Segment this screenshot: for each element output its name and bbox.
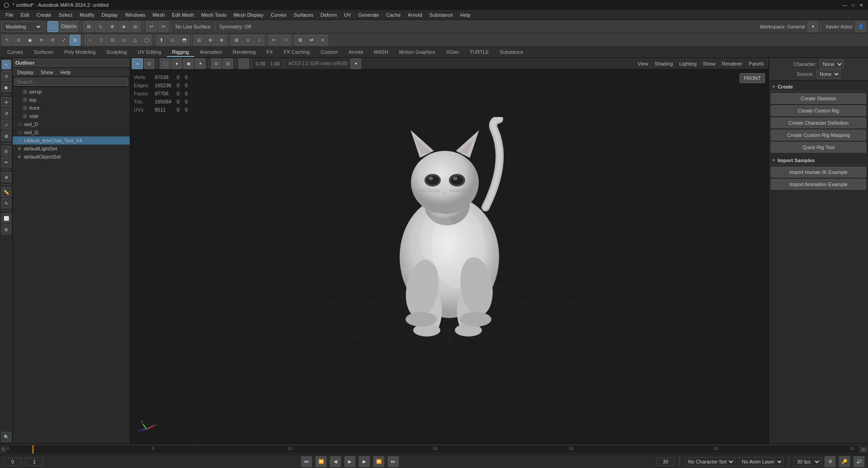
menu-arnold[interactable]: Arnold (404, 11, 426, 19)
tab-curves[interactable]: Curves (2, 48, 28, 57)
outliner-item-persp[interactable]: 🎥 persp (13, 88, 130, 96)
render-lt[interactable]: ⬜ (1, 213, 11, 223)
create-section-header[interactable]: ▼ Create (771, 83, 866, 91)
vp-shaded-btn[interactable]: ● (171, 58, 182, 69)
create-custom-rig-btn[interactable]: Create Custom Rig Mapping (771, 130, 866, 140)
redo-btn[interactable]: ↪ (158, 21, 169, 32)
vp-wireframe-btn[interactable]: ⬚ (160, 58, 170, 69)
vp-menu-renderer[interactable]: Renderer (719, 60, 745, 67)
mirror-btn[interactable]: ⊢ (269, 35, 279, 46)
poly-cone-btn[interactable]: △ (130, 35, 141, 46)
menu-file[interactable]: File (2, 11, 17, 19)
tab-surfaces[interactable]: Surfaces (28, 48, 59, 57)
annotate-lt[interactable]: ✎ (1, 198, 11, 208)
move-lt[interactable]: ✛ (1, 97, 11, 107)
go-end-btn[interactable]: ⏭ (388, 456, 399, 467)
maximize-btn[interactable]: □ (850, 2, 856, 8)
paintsel-btn[interactable]: ◉ (24, 35, 35, 46)
tab-custom[interactable]: Custom (315, 48, 343, 57)
menu-create[interactable]: Create (33, 11, 55, 19)
rotate-lt[interactable]: ↺ (1, 108, 11, 118)
snap-live-btn[interactable]: ◎ (130, 21, 141, 32)
range-start-input[interactable] (4, 458, 22, 466)
measure-lt[interactable]: 📏 (1, 187, 11, 197)
tab-poly-modeling[interactable]: Poly Modeling (59, 48, 101, 57)
outliner-item-umesh[interactable]: ◇ UMesh_teteChat_Tool_V4 (13, 136, 130, 145)
prev-frame-btn[interactable]: ◀ (330, 456, 341, 467)
tab-rendering[interactable]: Rendering (227, 48, 261, 57)
tab-sculpting[interactable]: Sculpting (101, 48, 132, 57)
create-control-rig-btn[interactable]: Create Control Rig (771, 105, 866, 116)
tab-arnold[interactable]: Arnold (343, 48, 368, 57)
menu-mesh[interactable]: Mesh (149, 11, 168, 19)
align-btn[interactable]: ≡ (317, 35, 328, 46)
move-btn[interactable]: ✛ (36, 35, 47, 46)
outliner-item-top[interactable]: 🎥 top (13, 96, 130, 104)
lasso-lt[interactable]: ⊙ (1, 71, 11, 81)
menu-display[interactable]: Display (98, 11, 122, 19)
menu-substance[interactable]: Substance (426, 11, 457, 19)
char-set-dropdown[interactable]: No Character Set (685, 457, 735, 466)
timeline-ruler[interactable]: 0 5 10 15 20 25 30 (6, 445, 859, 454)
lasso-btn[interactable]: ⊙ (13, 35, 24, 46)
scale-btn[interactable]: ⤢ (58, 35, 69, 46)
menu-deform[interactable]: Deform (317, 11, 340, 19)
menu-curves[interactable]: Curves (267, 11, 290, 19)
history-btn[interactable]: ↩ (146, 21, 157, 32)
tab-turtle[interactable]: TURTLE (464, 48, 495, 57)
audio-btn[interactable]: 🔊 (854, 456, 864, 467)
menu-select[interactable]: Select (55, 11, 76, 19)
vp-isolate-btn[interactable]: ⊙ (211, 58, 222, 69)
vp-menu-view[interactable]: View (635, 60, 651, 67)
menu-uv[interactable]: UV (340, 11, 354, 19)
select-btn[interactable]: ↖ (2, 35, 13, 46)
vp-menu-show[interactable]: Show (700, 60, 718, 67)
transform-lt[interactable]: ⊞ (1, 131, 11, 141)
vp-color-btn[interactable]: ▾ (350, 58, 361, 69)
bool-union-btn[interactable]: ∪ (242, 35, 253, 46)
menu-edit-mesh[interactable]: Edit Mesh (168, 11, 198, 19)
menu-mesh-tools[interactable]: Mesh Tools (198, 11, 230, 19)
snap-curve-btn[interactable]: ∿ (95, 21, 106, 32)
key-btn[interactable]: 🔑 (839, 456, 850, 467)
source-dropdown[interactable]: None (816, 70, 840, 79)
rotate-btn[interactable]: ↺ (47, 35, 58, 46)
poly-sphere-btn[interactable]: ○ (85, 35, 95, 46)
uv-editor-btn[interactable]: ⊠ (295, 35, 306, 46)
sculpt-lt[interactable]: ✏ (1, 157, 11, 167)
tab-uv-editing[interactable]: UV Editing (132, 48, 167, 57)
vp-menu-shading[interactable]: Shading (652, 60, 675, 67)
bridge-btn[interactable]: ⬒ (179, 35, 189, 46)
retopo-btn[interactable]: ⊕ (216, 35, 227, 46)
menu-help[interactable]: Help (457, 11, 474, 19)
vp-mode-obj[interactable]: ⊡ (144, 58, 155, 69)
create-skeleton-btn[interactable]: Create Skeleton (771, 93, 866, 104)
vp-texture-btn[interactable]: ◉ (183, 58, 194, 69)
tab-mash[interactable]: MASH (368, 48, 394, 57)
vp-menu-panels[interactable]: Panels (746, 60, 767, 67)
menu-modify[interactable]: Modify (76, 11, 98, 19)
menu-cache[interactable]: Cache (382, 11, 404, 19)
tab-fx[interactable]: FX (261, 48, 278, 57)
tab-animation[interactable]: Animation (194, 48, 227, 57)
scale-lt[interactable]: ⤢ (1, 120, 11, 130)
bevel-btn[interactable]: ◇ (167, 35, 178, 46)
extrude-btn[interactable]: ⬆ (156, 35, 167, 46)
tab-substance[interactable]: Substance (494, 48, 528, 57)
character-dropdown[interactable]: None (820, 60, 844, 69)
outliner-item-oeil-g[interactable]: ◇ oeil_G (13, 128, 130, 136)
mode-dropdown[interactable]: Modeling (2, 22, 42, 32)
viewport-canvas[interactable]: Verts: 97538 0 0 Edges: 195238 0 0 Faces… (130, 70, 769, 444)
anim-layer-dropdown[interactable]: No Anim Layer (739, 457, 783, 466)
menu-windows[interactable]: Windows (122, 11, 149, 19)
outliner-item-front[interactable]: 🎥 front (13, 104, 130, 112)
poly-torus-btn[interactable]: ◯ (141, 35, 152, 46)
outliner-item-lightset[interactable]: ⊕ defaultLightSet (13, 145, 130, 153)
smooth-btn[interactable]: ◎ (193, 35, 204, 46)
workspace-dropdown-btn[interactable]: ▾ (807, 21, 818, 32)
remesh-btn[interactable]: ⊛ (205, 35, 216, 46)
range-end-input[interactable] (656, 458, 675, 466)
fps-dropdown[interactable]: 30 fps (794, 457, 821, 466)
objects-btn[interactable]: Objects (59, 21, 78, 32)
snap-point-btn[interactable]: ⊕ (107, 21, 118, 32)
